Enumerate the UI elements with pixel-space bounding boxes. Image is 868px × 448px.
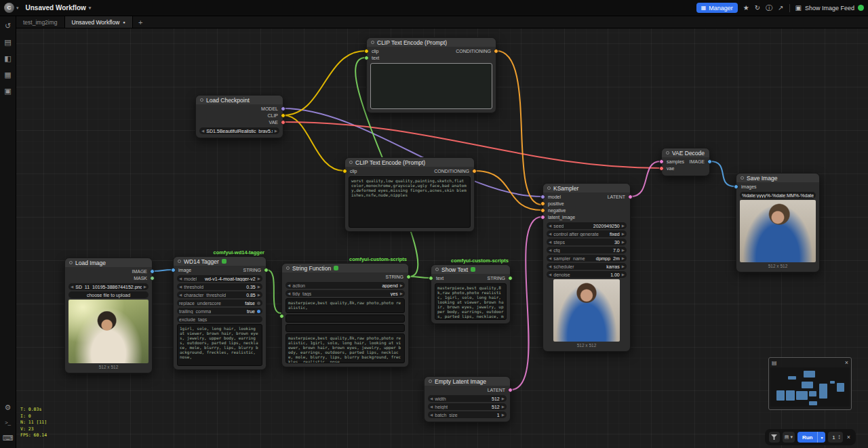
new-tab-button[interactable]: + [133,16,148,28]
combo-widget-action[interactable]: ◀actionappend▶ [285,282,405,289]
combo-widget-character-threshold[interactable]: ◀character_threshold0.85▶ [177,291,262,298]
collapse-dot-icon[interactable] [286,266,290,270]
text-widget[interactable]: masterpiece,best quality,8k,raw photo,ph… [435,283,507,320]
combo-left-arrow-icon[interactable]: ◀ [288,291,290,296]
text-widget[interactable]: worst quality,low quality,painting,sketc… [349,176,471,228]
output-connection-dot[interactable] [472,169,477,174]
output-connection-dot[interactable] [508,388,513,392]
run-button[interactable]: Run ▾ [797,432,826,443]
text-widget[interactable]: masterpiece,best quality,8k,raw photo,ph… [285,333,405,363]
star-icon[interactable]: ★ [743,4,749,12]
combo-widget-tidy-tags[interactable]: ◀tidy_tagsyes▶ [285,290,405,297]
input-connection-dot[interactable] [171,268,176,272]
node-title-bar[interactable]: WD14 Tagger [174,257,266,266]
text-widget[interactable]: masterpiece,best quality,8k,raw photo,ph… [285,298,405,313]
output-connection-dot[interactable] [264,268,269,272]
share-icon[interactable]: ↗ [778,4,783,12]
combo-widget-denoise[interactable]: ◀denoise1.00▶ [547,271,627,278]
input-connection-dot[interactable] [364,56,369,60]
combo-right-arrow-icon[interactable]: ▶ [400,291,403,296]
combo-right-arrow-icon[interactable]: ▶ [622,256,625,260]
keyboard-shortcuts-icon[interactable]: ⌨ [3,434,14,442]
minimap-close-icon[interactable]: × [845,359,848,366]
combo-right-arrow-icon[interactable]: ▶ [622,224,625,228]
output-connection-dot[interactable] [406,274,411,279]
node-show-text[interactable]: comfyui-custom-scriptsShow TexttextSTRIN… [431,264,511,324]
queue-close-icon[interactable]: × [846,434,852,441]
combo-left-arrow-icon[interactable]: ◀ [430,413,433,417]
batch-count-stepper[interactable]: 1 ▴▾ [828,432,842,443]
combo-widget-width[interactable]: ◀width512▶ [428,395,507,402]
collapse-dot-icon[interactable] [741,176,744,180]
node-clip-encode-positive[interactable]: CLIP Text Encode (Prompt)clipCONDITIONIN… [366,37,496,113]
combo-right-arrow-icon[interactable]: ▶ [502,413,505,417]
tab-unsaved-workflow[interactable]: Unsaved Workflow ● [65,16,133,28]
combo-left-arrow-icon[interactable]: ◀ [549,232,551,236]
collapse-dot-icon[interactable] [371,41,374,44]
node-vae-decode[interactable]: VAE DecodesamplesIMAGEvae [661,148,710,176]
input-connection-dot[interactable] [342,169,347,174]
combo-left-arrow-icon[interactable]: ◀ [430,405,433,409]
output-connection-dot[interactable] [628,195,633,199]
combo-right-arrow-icon[interactable]: ▶ [275,129,277,133]
history-icon[interactable]: ↺ [5,22,11,30]
stepper-arrows-icon[interactable]: ▴▾ [838,434,840,440]
combo-widget-steps[interactable]: ◀steps30▶ [547,239,627,245]
output-connection-dot[interactable] [281,120,285,125]
input-connection-dot[interactable] [540,201,545,206]
queue-icon[interactable]: ▤ [4,39,11,46]
minimap-viewport[interactable] [770,367,850,407]
workflow-title-menu[interactable]: Unsaved Workflow ▾ [26,4,92,12]
node-title-bar[interactable]: String Function [282,264,408,272]
update-icon[interactable]: ↻ [755,4,760,12]
combo-right-arrow-icon[interactable]: ▶ [622,232,625,236]
node-title-bar[interactable]: CLIP Text Encode (Prompt) [345,158,474,167]
collapse-dot-icon[interactable] [349,161,353,164]
combo-widget[interactable]: ◀SD_11_10195-3886744152.png▶ [68,283,149,290]
node-wd14-tagger[interactable]: comfyui-wd14-taggerWD14 TaggerimageSTRIN… [173,256,267,370]
field-widget[interactable]: exclude_tags [177,316,262,323]
minimap-panel[interactable]: ▤ × [768,357,852,410]
combo-widget-model[interactable]: ◀modelwd-v1-4-moat-tagger-v2▶ [177,275,262,282]
combo-left-arrow-icon[interactable]: ◀ [179,293,182,297]
combo-left-arrow-icon[interactable]: ◀ [549,240,551,244]
filter-button[interactable] [769,432,780,443]
combo-left-arrow-icon[interactable]: ◀ [549,264,551,268]
combo-right-arrow-icon[interactable]: ▶ [400,283,403,287]
node-empty-latent-image[interactable]: Empty Latent ImageLATENT◀width512▶◀heigh… [424,376,511,422]
node-ksampler[interactable]: KSamplermodelLATENTpositivenegativelaten… [542,183,631,352]
combo-right-arrow-icon[interactable]: ▶ [622,240,625,244]
node-title-bar[interactable]: CLIP Text Encode (Prompt) [367,38,496,47]
text-widget[interactable] [370,63,492,109]
manager-button[interactable]: ▦ Manager [696,3,738,13]
node-title-bar[interactable]: Empty Latent Image [425,377,510,386]
combo-left-arrow-icon[interactable]: ◀ [549,272,551,277]
node-title-bar[interactable]: KSampler [543,184,630,192]
input-connection-dot[interactable] [364,49,369,54]
combo-widget-scheduler[interactable]: ◀schedulerkarras▶ [547,263,627,270]
input-connection-dot[interactable] [659,159,664,164]
node-clip-encode-negative[interactable]: CLIP Text Encode (Prompt)clipCONDITIONIN… [344,157,475,232]
combo-left-arrow-icon[interactable]: ◀ [549,248,551,252]
text-widget[interactable]: 1girl, solo, long hair, looking at viewe… [177,324,262,366]
text-widget[interactable] [285,324,405,332]
collapse-dot-icon[interactable] [429,380,432,383]
combo-widget-sampler-name[interactable]: ◀sampler_namedpmpp_2m▶ [547,255,627,262]
input-connection-dot[interactable] [659,166,664,171]
upload-button[interactable]: choose file to upload [68,291,149,298]
node-string-function[interactable]: comfyui-custom-scriptsString FunctionSTR… [281,263,409,367]
combo-widget-height[interactable]: ◀height512▶ [428,403,507,410]
input-connection-dot[interactable] [540,195,545,199]
combo-widget-control-after-generate[interactable]: ◀control after generatefixed▶ [547,230,627,237]
combo-widget-threshold[interactable]: ◀threshold0.35▶ [177,283,262,290]
input-connection-dot[interactable] [540,208,545,213]
input-connection-dot[interactable] [734,184,738,189]
combo-right-arrow-icon[interactable]: ▶ [258,277,260,281]
run-options-caret[interactable]: ▾ [818,432,825,443]
collapse-dot-icon[interactable] [69,261,73,264]
collapse-dot-icon[interactable] [547,186,551,190]
output-connection-dot[interactable] [150,269,155,274]
collapse-dot-icon[interactable] [435,268,439,271]
text-widget[interactable] [285,314,405,323]
node-title-bar[interactable]: Save Image [736,174,819,182]
